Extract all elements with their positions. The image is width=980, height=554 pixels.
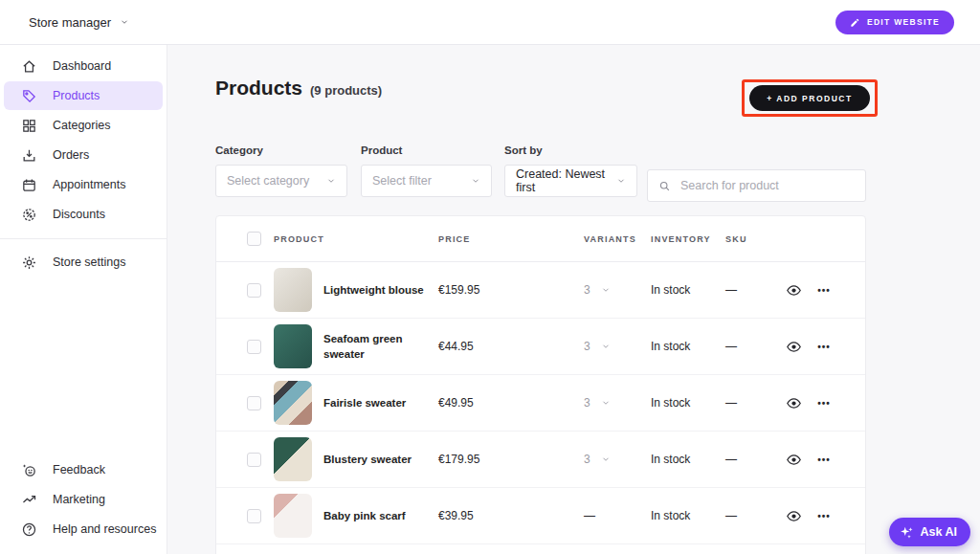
sidebar-item-label: Store settings: [53, 255, 125, 269]
table-row[interactable]: Seafoam green sweater €44.95 3 In stock …: [216, 319, 865, 375]
page-title: Products: [215, 77, 302, 100]
sidebar-item-label: Feedback: [53, 463, 105, 476]
sort-select-value: Created: Newest first: [516, 167, 616, 194]
product-name: Lightweight blouse: [323, 282, 431, 298]
gear-icon: [21, 255, 37, 271]
table-row[interactable]: Blustery sweater €179.95 3 In stock —: [216, 432, 865, 488]
home-icon: [21, 58, 37, 75]
row-checkbox[interactable]: [247, 453, 261, 467]
product-count: (9 products): [310, 83, 382, 98]
more-options-button[interactable]: [813, 505, 835, 526]
variants-dropdown: —: [584, 509, 651, 522]
search-input[interactable]: [679, 178, 855, 193]
variants-dropdown[interactable]: 3: [584, 340, 651, 353]
inventory-status: In stock: [651, 509, 725, 522]
product-thumbnail: [274, 268, 312, 312]
column-header-inventory: INVENTORY: [651, 234, 725, 244]
store-manager-dropdown[interactable]: Store manager: [29, 15, 129, 30]
sidebar-item-label: Products: [53, 89, 100, 102]
row-checkbox[interactable]: [247, 340, 261, 354]
row-checkbox[interactable]: [247, 509, 261, 523]
more-options-button[interactable]: [813, 336, 835, 357]
preview-eye-button[interactable]: [783, 449, 804, 470]
preview-eye-button[interactable]: [783, 279, 804, 300]
inventory-status: In stock: [651, 396, 725, 410]
ask-ai-button[interactable]: Ask AI: [889, 518, 970, 546]
sidebar-item-marketing[interactable]: Marketing: [4, 485, 163, 514]
chevron-down-icon: [120, 17, 129, 27]
table-row[interactable]: Fairisle sweater €49.95 3 In stock —: [216, 375, 865, 432]
table-body: Lightweight blouse €159.95 3 In stock — …: [216, 262, 865, 544]
product-sku: —: [725, 509, 764, 522]
product-filter-group: Product Select filter: [361, 144, 492, 197]
sidebar-item-orders[interactable]: Orders: [4, 141, 163, 169]
sidebar-item-store-settings[interactable]: Store settings: [4, 248, 163, 277]
more-options-button[interactable]: [813, 449, 835, 470]
row-checkbox[interactable]: [247, 396, 261, 410]
help-icon: [21, 521, 37, 538]
column-header-sku: SKU: [725, 234, 764, 244]
product-filter-select[interactable]: Select filter: [361, 165, 492, 197]
variants-count: 3: [584, 453, 590, 466]
edit-website-button[interactable]: EDIT WEBSITE: [835, 11, 954, 34]
search-group: [647, 144, 866, 202]
product-price: €159.95: [438, 283, 584, 297]
variants-count: 3: [584, 283, 590, 297]
sidebar-item-products[interactable]: Products: [4, 81, 163, 110]
product-name: Blustery sweater: [323, 452, 431, 467]
add-product-button[interactable]: + ADD PRODUCT: [749, 85, 869, 111]
table-row[interactable]: Baby pink scarf €39.95 — In stock —: [216, 488, 865, 544]
product-thumbnail: [274, 324, 312, 368]
product-sku: —: [725, 453, 764, 466]
sidebar-item-help[interactable]: Help and resources: [4, 515, 163, 543]
category-filter-group: Category Select category: [215, 144, 347, 197]
select-all-checkbox[interactable]: [247, 232, 261, 246]
sort-select[interactable]: Created: Newest first: [504, 165, 637, 197]
inventory-status: In stock: [651, 340, 725, 353]
page-header: Products (9 products): [215, 77, 382, 100]
calendar-icon: [21, 177, 37, 193]
table-row[interactable]: Lightweight blouse €159.95 3 In stock —: [216, 262, 865, 319]
preview-eye-button[interactable]: [783, 336, 804, 357]
product-thumbnail: [274, 494, 312, 538]
product-filter-value: Select filter: [372, 174, 432, 188]
more-options-button[interactable]: [813, 279, 835, 300]
product-name: Seafoam green sweater: [323, 331, 431, 362]
product-sku: —: [725, 396, 764, 410]
sidebar-item-categories[interactable]: Categories: [4, 111, 163, 140]
sidebar-item-label: Dashboard: [53, 59, 111, 73]
store-manager-label: Store manager: [29, 15, 111, 30]
more-options-button[interactable]: [813, 392, 835, 413]
chevron-down-icon: [601, 342, 611, 351]
sidebar-item-label: Categories: [53, 119, 110, 132]
variants-dropdown[interactable]: 3: [584, 396, 651, 410]
variants-dropdown[interactable]: 3: [584, 453, 651, 466]
feedback-icon: [21, 462, 37, 478]
sidebar-footer: Feedback Marketing Help and resources: [0, 455, 167, 554]
column-header-product: PRODUCT: [274, 234, 438, 244]
sidebar-item-dashboard[interactable]: Dashboard: [4, 52, 163, 80]
tag-icon: [21, 88, 37, 104]
row-checkbox[interactable]: [247, 283, 261, 298]
sidebar-item-feedback[interactable]: Feedback: [4, 455, 163, 484]
sidebar: Dashboard Products Categories Orders App…: [0, 45, 167, 554]
chevron-down-icon: [601, 398, 611, 408]
preview-eye-button[interactable]: [783, 505, 804, 526]
sidebar-item-discounts[interactable]: Discounts: [4, 200, 163, 229]
product-price: €179.95: [438, 453, 584, 466]
products-table: PRODUCT PRICE VARIANTS INVENTORY SKU Lig…: [215, 215, 866, 554]
variants-count: 3: [584, 340, 590, 353]
product-name: Baby pink scarf: [323, 508, 431, 523]
chevron-down-icon: [326, 176, 336, 186]
preview-eye-button[interactable]: [783, 392, 804, 413]
variants-dropdown[interactable]: 3: [584, 283, 651, 297]
category-select-value: Select category: [227, 174, 309, 188]
pencil-icon: [850, 17, 860, 28]
sidebar-divider: [0, 238, 167, 239]
sidebar-item-appointments[interactable]: Appointments: [4, 170, 163, 199]
sparkles-icon: [899, 524, 915, 541]
chevron-down-icon: [601, 285, 611, 295]
sidebar-item-label: Discounts: [53, 208, 105, 221]
chevron-down-icon: [601, 454, 611, 464]
category-select[interactable]: Select category: [215, 165, 347, 197]
